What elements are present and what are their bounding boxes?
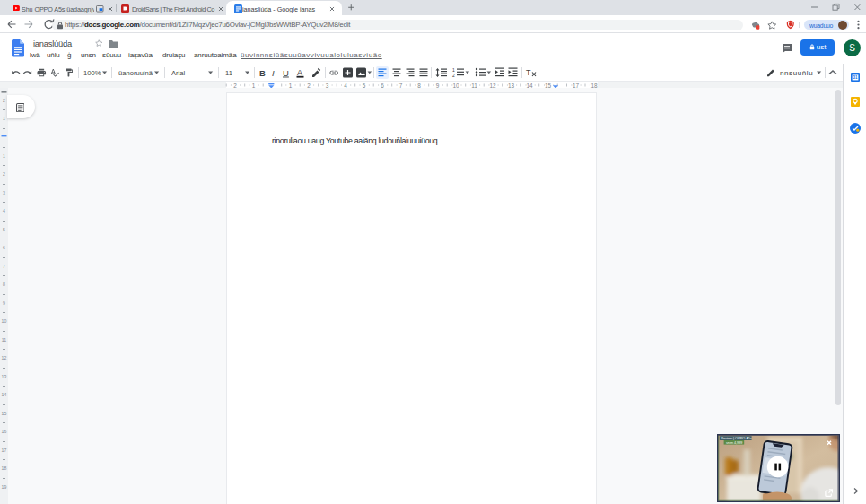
svg-text:16: 16	[2, 429, 7, 434]
svg-text:19: 19	[2, 484, 7, 490]
svg-text:5: 5	[3, 227, 5, 232]
svg-text:2: 2	[452, 73, 455, 78]
svg-text:12: 12	[2, 355, 7, 361]
svg-text:3: 3	[3, 190, 5, 196]
svg-text:11: 11	[2, 337, 6, 343]
svg-text:A: A	[297, 68, 302, 77]
svg-text:31: 31	[853, 75, 858, 80]
svg-text:8: 8	[3, 282, 5, 287]
svg-text:9: 9	[3, 300, 5, 306]
svg-text:7: 7	[3, 264, 5, 269]
svg-text:nnsuuňlu: nnsuuňlu	[780, 69, 813, 77]
svg-text:17: 17	[2, 448, 7, 453]
svg-text:11: 11	[225, 69, 232, 77]
svg-text:14: 14	[2, 392, 7, 397]
svg-text:üanoruulnä: üanoruulnä	[118, 69, 153, 77]
svg-text:18: 18	[2, 465, 7, 471]
svg-text:I: I	[272, 68, 275, 78]
svg-text:B: B	[259, 68, 266, 78]
svg-text:6: 6	[3, 245, 5, 250]
svg-text:2: 2	[3, 98, 5, 103]
svg-text:15: 15	[2, 411, 7, 416]
svg-text:10: 10	[2, 318, 7, 324]
svg-text:T: T	[526, 68, 531, 77]
svg-text:U: U	[283, 68, 289, 78]
svg-text:1: 1	[3, 153, 5, 159]
svg-text:snen 4,999: snen 4,999	[726, 441, 742, 445]
svg-text:Arial: Arial	[171, 69, 186, 77]
svg-text:4: 4	[3, 208, 5, 213]
svg-text:13: 13	[2, 374, 7, 379]
svg-text:2: 2	[3, 171, 5, 177]
svg-text:Review | OPPO A5s: Review | OPPO A5s	[721, 436, 752, 440]
svg-text:100%: 100%	[83, 69, 101, 77]
svg-text:1: 1	[3, 116, 5, 121]
